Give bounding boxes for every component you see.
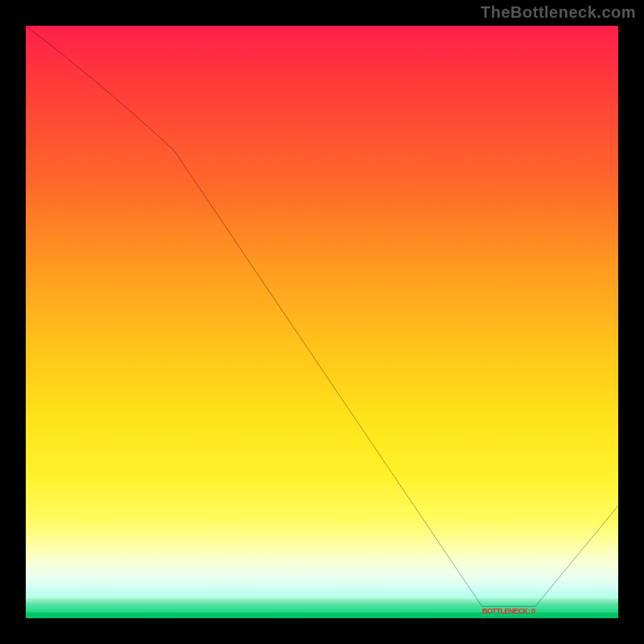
chart-stage: TheBottleneck.com BOTTLENECK: 0	[0, 0, 644, 644]
watermark-text: TheBottleneck.com	[481, 3, 636, 22]
curve-path	[26, 26, 618, 606]
plot-area: BOTTLENECK: 0	[26, 26, 618, 618]
bottleneck-curve	[26, 26, 618, 618]
plot-frame: BOTTLENECK: 0	[24, 24, 620, 620]
